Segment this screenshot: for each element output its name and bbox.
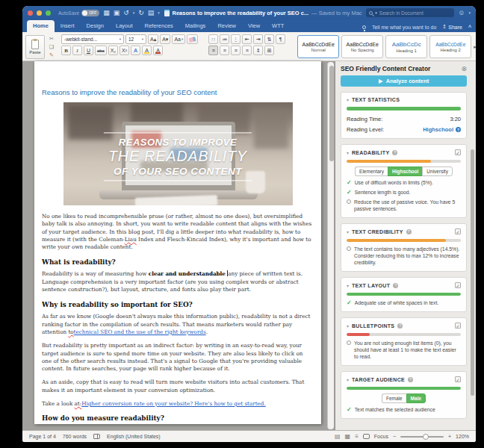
document-scrollbar-thumb[interactable]: [329, 66, 334, 161]
tab-layout[interactable]: Layout: [110, 20, 139, 32]
highlight-color-button[interactable]: A: [142, 46, 152, 55]
paragraph-5[interactable]: As an aside, copy that is easy to read w…: [42, 379, 314, 394]
feedback-caret-icon[interactable]: ▾: [468, 10, 471, 15]
tell-me-field[interactable]: Tell me what you want to do: [372, 25, 436, 30]
bold-run[interactable]: clear and understandable: [149, 270, 226, 277]
help-icon[interactable]: ?: [408, 377, 413, 382]
section-checkbox[interactable]: ✓: [455, 228, 461, 234]
tab-insert[interactable]: Insert: [55, 20, 81, 32]
zoom-slider-knob[interactable]: [423, 434, 429, 440]
view-switch-icon[interactable]: ▦: [103, 9, 110, 16]
style-no-spacing[interactable]: AaBbCcDdEe No Spacing: [341, 35, 383, 58]
font-name-select[interactable]: -webkit-stand... ▾: [61, 34, 124, 44]
autosave-switch[interactable]: OFF: [81, 10, 99, 16]
collapse-ribbon-icon[interactable]: ^: [468, 25, 471, 30]
text-run[interactable]: .: [206, 329, 208, 335]
document-page[interactable]: Reasons to improve the readability of yo…: [34, 61, 321, 424]
text-run[interactable]: Readability is a way of measuring how: [42, 270, 149, 277]
heading-why-important-for-seo[interactable]: Why is readability so important for SEO?: [42, 301, 314, 308]
font-color-button[interactable]: A: [153, 46, 163, 55]
section-checkbox[interactable]: ✓: [455, 376, 461, 382]
zoom-window-button[interactable]: [46, 10, 51, 16]
outline-view-icon[interactable]: ≡: [355, 433, 359, 440]
help-icon[interactable]: ?: [393, 283, 398, 288]
hyperlink-technical-seo[interactable]: technical SEO and the use of the right k…: [74, 329, 206, 335]
help-icon[interactable]: ?: [397, 323, 403, 329]
language-indicator[interactable]: English (United States): [107, 434, 161, 439]
search-input[interactable]: [379, 10, 451, 16]
numbered-list-button[interactable]: ≔: [220, 34, 229, 44]
chevron-down-icon[interactable]: ▾: [347, 283, 349, 288]
tab-wtt[interactable]: WTT: [266, 20, 290, 32]
redo-icon[interactable]: ↻: [138, 9, 144, 16]
paragraph-3[interactable]: As far as we know (Google doesn't always…: [42, 313, 314, 336]
style-normal[interactable]: AaBbCcDdEe Normal: [297, 35, 339, 58]
tab-references[interactable]: References: [139, 20, 179, 32]
help-icon[interactable]: ?: [392, 150, 397, 155]
subscript-button[interactable]: X₂: [108, 46, 118, 55]
close-pane-icon[interactable]: ⊗: [461, 65, 467, 72]
tab-view[interactable]: View: [242, 20, 266, 32]
segment-female[interactable]: Female: [382, 393, 406, 403]
line-spacing-button[interactable]: ⇕: [253, 46, 263, 55]
paragraph-4[interactable]: But readability is pretty important as a…: [42, 342, 314, 373]
zoom-level[interactable]: 120%: [456, 434, 469, 439]
segment-highschool[interactable]: Highschool: [388, 167, 422, 176]
share-button[interactable]: ↥ Share: [442, 24, 462, 30]
align-center-button[interactable]: ≡: [220, 46, 229, 55]
bold-button[interactable]: B: [61, 46, 71, 55]
chevron-down-icon[interactable]: ▾: [347, 150, 349, 155]
feedback-smiley-icon[interactable]: ☺: [458, 9, 465, 16]
borders-button[interactable]: ⊞: [264, 46, 274, 55]
misspelled-word[interactable]: at:: [75, 400, 82, 407]
style-heading-2[interactable]: AaBbCcDdEe Heading 2: [429, 35, 471, 58]
chevron-down-icon[interactable]: ▾: [347, 97, 349, 102]
paste-button[interactable]: Paste: [25, 35, 45, 59]
sort-button[interactable]: ⇅: [264, 34, 274, 44]
section-checkbox[interactable]: ✓: [455, 282, 461, 288]
format-painter-button[interactable]: ✎: [47, 52, 56, 59]
focus-label[interactable]: Focus: [374, 434, 388, 439]
print-layout-view-icon[interactable]: ▤: [335, 433, 341, 440]
close-window-button[interactable]: [28, 10, 33, 16]
undo-caret-icon[interactable]: ▾: [133, 10, 135, 15]
outdent-button[interactable]: ⇤: [242, 34, 252, 44]
toolbar-options-caret-icon[interactable]: ▾: [158, 10, 160, 15]
zoom-out-button[interactable]: −: [393, 434, 396, 439]
doc-heading-title[interactable]: Reasons to improve the readability of yo…: [42, 88, 314, 96]
help-icon[interactable]: ?: [456, 127, 461, 132]
paragraph-6[interactable]: Take a look at:Higher conversion rate on…: [42, 400, 314, 408]
bullet-list-button[interactable]: ∷: [208, 34, 218, 44]
segment-elementary[interactable]: Elementary: [355, 167, 388, 176]
styles-gallery-more-icon[interactable]: ▸: [474, 44, 476, 50]
tab-mailings[interactable]: Mailings: [179, 20, 212, 32]
chevron-down-icon[interactable]: ▾: [347, 377, 349, 382]
heading-what-is-readability[interactable]: What is readability?: [42, 258, 314, 266]
zoom-in-button[interactable]: +: [448, 434, 451, 439]
change-case-button[interactable]: Aa ▾: [172, 34, 185, 44]
paragraph-1[interactable]: No one likes to read incomprehensible pr…: [42, 213, 314, 251]
help-icon[interactable]: ?: [406, 229, 412, 234]
word-count[interactable]: 760 words: [63, 434, 87, 439]
multilevel-list-button[interactable]: ⋮: [231, 34, 241, 44]
web-layout-view-icon[interactable]: ▦: [345, 433, 351, 440]
align-right-button[interactable]: ≡: [231, 46, 241, 55]
strikethrough-button[interactable]: abc: [95, 46, 107, 55]
spellcheck-icon[interactable]: [93, 434, 100, 439]
copy-button[interactable]: ❏: [47, 43, 56, 51]
font-size-select[interactable]: 12 ▾: [125, 34, 146, 44]
shrink-font-button[interactable]: A▾: [160, 34, 170, 44]
text-run[interactable]: Take a look: [42, 400, 75, 407]
grow-font-button[interactable]: A▴: [148, 34, 158, 44]
save-icon[interactable]: ▣: [114, 9, 120, 16]
zoom-slider[interactable]: [400, 436, 444, 438]
misspelled-word[interactable]: Liau: [125, 236, 137, 243]
align-left-button[interactable]: ≡: [208, 46, 218, 55]
chevron-down-icon[interactable]: ▾: [347, 323, 349, 329]
heading-how-measure-clipped[interactable]: How do you measure readability?: [42, 414, 314, 422]
italic-button[interactable]: I: [72, 46, 82, 55]
underline-button[interactable]: U: [84, 46, 93, 55]
justify-button[interactable]: ≡: [242, 46, 252, 55]
cut-button[interactable]: ✂: [47, 35, 56, 43]
search-box[interactable]: ▾: [366, 8, 454, 17]
